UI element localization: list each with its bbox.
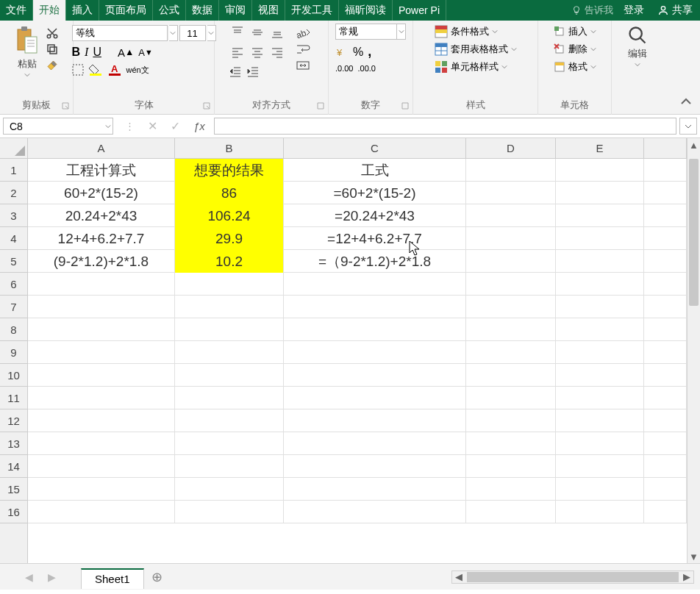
cell[interactable] (28, 409, 175, 432)
cell[interactable] (466, 182, 556, 204)
cell[interactable] (556, 296, 644, 318)
enter-formula-button[interactable]: ✓ (171, 119, 180, 133)
cell[interactable] (28, 296, 175, 318)
decrease-font-button[interactable]: A▼ (138, 47, 152, 58)
cell[interactable] (556, 364, 644, 387)
horizontal-scrollbar[interactable]: ◀ ▶ (451, 570, 694, 584)
cell[interactable] (466, 387, 556, 409)
dialog-launcher-icon[interactable] (61, 101, 70, 110)
row-header[interactable]: 1 (0, 159, 27, 182)
cell[interactable] (175, 387, 284, 409)
cell[interactable]: 工式 (284, 159, 466, 182)
cell[interactable]: (9-2*1.2)+2*1.8 (28, 250, 175, 273)
tell-me[interactable]: 告诉我 (567, 4, 618, 17)
row-header[interactable]: 2 (0, 182, 27, 204)
cell[interactable] (175, 341, 284, 364)
cell[interactable] (556, 318, 644, 341)
cell[interactable] (556, 250, 644, 273)
scroll-thumb[interactable] (689, 159, 699, 306)
cell[interactable] (284, 455, 466, 478)
cell[interactable] (556, 478, 644, 501)
column-header[interactable]: D (466, 138, 556, 158)
cell[interactable]: =（9-2*1.2)+2*1.8 (284, 250, 466, 273)
cell[interactable] (644, 159, 687, 182)
cell[interactable] (284, 387, 466, 409)
cell[interactable] (28, 341, 175, 364)
dialog-launcher-icon[interactable] (202, 101, 211, 110)
cell[interactable] (644, 318, 687, 341)
cell[interactable]: =20.24+2*43 (284, 204, 466, 227)
orientation-button[interactable]: ab (295, 26, 311, 40)
cell[interactable]: =60+2*(15-2) (284, 182, 466, 204)
new-sheet-button[interactable]: ⊕ (147, 567, 168, 587)
cell[interactable] (644, 182, 687, 204)
cell[interactable] (175, 296, 284, 318)
font-name-selector[interactable]: 等线 (72, 25, 168, 41)
collapse-ribbon-button[interactable] (679, 95, 694, 110)
increase-decimal-button[interactable]: .0.00 (335, 64, 353, 73)
cell[interactable] (644, 250, 687, 273)
cell[interactable] (466, 455, 556, 478)
cell[interactable] (556, 409, 644, 432)
font-size-selector[interactable]: 11 (179, 25, 206, 41)
column-header[interactable] (644, 138, 687, 158)
row-header[interactable]: 13 (0, 432, 27, 455)
cell[interactable] (644, 409, 687, 432)
align-bottom-button[interactable] (268, 24, 286, 41)
cell[interactable] (556, 387, 644, 409)
increase-font-button[interactable]: A▲ (118, 46, 134, 59)
cell[interactable] (466, 318, 556, 341)
cell[interactable] (644, 364, 687, 387)
row-header[interactable]: 4 (0, 227, 27, 250)
cell[interactable] (466, 296, 556, 318)
align-top-button[interactable] (229, 24, 246, 41)
cell[interactable] (175, 432, 284, 455)
number-format-selector[interactable]: 常规 (335, 24, 397, 40)
cell[interactable] (28, 273, 175, 296)
cell[interactable] (28, 387, 175, 409)
format-as-table-button[interactable]: 套用表格格式 (432, 41, 520, 57)
align-right-button[interactable] (268, 43, 286, 61)
cell[interactable] (28, 318, 175, 341)
cell[interactable]: 86 (175, 182, 284, 204)
row-header[interactable]: 14 (0, 455, 27, 478)
name-box[interactable]: C8 (3, 118, 113, 135)
cell[interactable]: 106.24 (175, 204, 284, 227)
cell[interactable] (466, 364, 556, 387)
row-header[interactable]: 10 (0, 364, 27, 387)
tab-powerpivot[interactable]: Power Pi (393, 0, 446, 21)
cell[interactable] (175, 318, 284, 341)
cell[interactable] (284, 409, 466, 432)
tab-review[interactable]: 审阅 (219, 0, 252, 21)
row-header[interactable]: 9 (0, 341, 27, 364)
scroll-left-button[interactable]: ◀ (452, 571, 465, 582)
cell-styles-button[interactable]: 单元格样式 (432, 59, 520, 75)
cells-area[interactable]: 工程计算式想要的结果工式60+2*(15-2)86=60+2*(15-2)20.… (28, 159, 687, 563)
cell[interactable]: 工程计算式 (28, 159, 175, 182)
number-format-dropdown[interactable] (397, 24, 406, 40)
cell[interactable] (175, 409, 284, 432)
cell[interactable] (644, 455, 687, 478)
underline-button[interactable]: U (93, 46, 101, 59)
column-header[interactable]: B (175, 138, 284, 158)
row-header[interactable]: 3 (0, 204, 27, 227)
dialog-launcher-icon[interactable] (401, 101, 410, 110)
formula-bar[interactable] (214, 118, 676, 135)
row-header[interactable]: 12 (0, 409, 27, 432)
column-header[interactable]: E (556, 138, 644, 158)
cell[interactable] (175, 455, 284, 478)
cell[interactable] (644, 273, 687, 296)
login-button[interactable]: 登录 (618, 0, 650, 21)
tab-page-layout[interactable]: 页面布局 (99, 0, 153, 21)
align-center-button[interactable] (249, 43, 266, 61)
cell[interactable] (28, 364, 175, 387)
cell[interactable] (644, 204, 687, 227)
sheet-nav-prev[interactable]: ◀ (25, 571, 33, 583)
delete-cells-button[interactable]: 删除 (551, 41, 599, 57)
cell[interactable] (466, 227, 556, 250)
tab-foxit[interactable]: 福昕阅读 (339, 0, 393, 21)
font-name-dropdown[interactable] (169, 25, 178, 41)
tab-developer[interactable]: 开发工具 (285, 0, 339, 21)
cell[interactable] (466, 478, 556, 501)
cell[interactable] (466, 204, 556, 227)
